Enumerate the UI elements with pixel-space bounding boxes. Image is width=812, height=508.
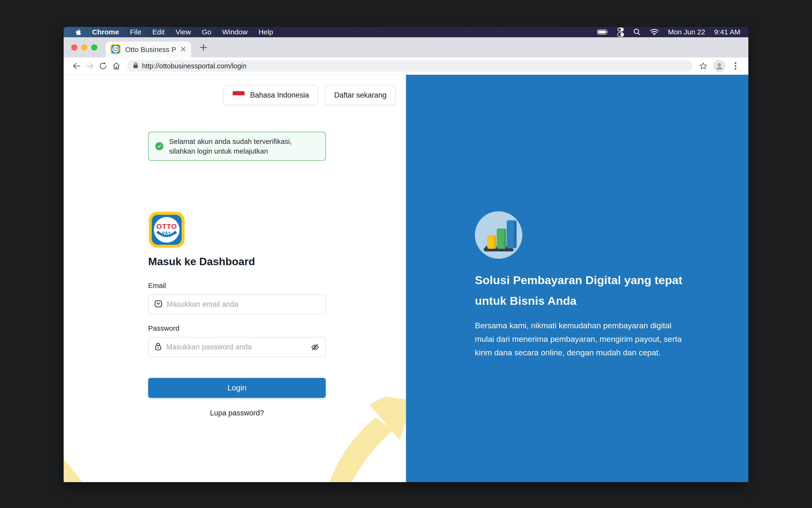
- apple-logo-icon[interactable]: [75, 29, 81, 36]
- success-alert: Selamat akun anda sudah terverifikasi, s…: [148, 132, 326, 161]
- language-button[interactable]: Bahasa Indonesia: [223, 85, 318, 105]
- bookmark-star-icon[interactable]: [697, 59, 710, 73]
- forward-button[interactable]: [83, 59, 96, 73]
- menubar-item-window[interactable]: Window: [222, 27, 248, 37]
- password-placeholder: Masukkan password anda: [166, 343, 306, 351]
- browser-profile-avatar[interactable]: [713, 60, 726, 72]
- login-heading: Masuk ke Dashboard: [148, 255, 326, 268]
- toggle-password-visibility-icon[interactable]: [310, 343, 319, 351]
- menubar-item-file[interactable]: File: [130, 27, 141, 37]
- browser-tab[interactable]: OTTO Otto Business Portal: [105, 42, 191, 57]
- language-button-label: Bahasa Indonesia: [250, 91, 309, 99]
- page-content: Bahasa Indonesia Daftar sekarang Selamat…: [63, 75, 749, 482]
- browser-toolbar: http://ottobusinessportal.com/login: [63, 57, 749, 75]
- menubar-item-go[interactable]: Go: [202, 27, 211, 37]
- macos-screen: Chrome File Edit View Go Window Help Mon…: [63, 27, 749, 482]
- address-bar[interactable]: http://ottobusinessportal.com/login: [127, 60, 692, 72]
- email-placeholder: Masukkan email anda: [167, 300, 319, 309]
- tab-close-icon[interactable]: [180, 46, 186, 53]
- window-zoom-button[interactable]: [91, 44, 97, 50]
- menubar-item-chrome[interactable]: Chrome: [92, 27, 119, 37]
- browser-menu-icon[interactable]: [729, 59, 742, 73]
- svg-text:OTTO: OTTO: [157, 222, 177, 230]
- hero-heading: Solusi Pembayaran Digital yang tepat unt…: [475, 270, 689, 311]
- password-lock-icon: [154, 342, 162, 352]
- login-button[interactable]: Login: [148, 378, 326, 398]
- hero-panel: Solusi Pembayaran Digital yang tepat unt…: [406, 75, 749, 482]
- menubar-item-edit[interactable]: Edit: [153, 27, 165, 37]
- email-field[interactable]: Masukkan email anda: [148, 294, 326, 314]
- lock-icon: [132, 62, 139, 71]
- browser-tab-strip: OTTO Otto Business Portal: [63, 37, 749, 57]
- email-icon: [154, 300, 162, 309]
- decor-triangle-graphic: [63, 459, 83, 482]
- tab-title: Otto Business Portal: [125, 46, 176, 54]
- bar-chart-illustration: [475, 211, 522, 259]
- url-text: http://ottobusinessportal.com/login: [142, 62, 247, 70]
- site-favicon: OTTO: [111, 44, 121, 55]
- success-alert-message: Selamat akun anda sudah terverifikasi, s…: [169, 136, 318, 156]
- reload-button[interactable]: [96, 59, 110, 73]
- menubar-clock: 9:41 AM: [714, 28, 740, 36]
- indonesia-flag-icon: [232, 91, 245, 99]
- spotlight-search-icon[interactable]: [633, 28, 641, 36]
- hero-body-text: Bersama kami, nikmati kemudahan pembayar…: [475, 319, 691, 359]
- svg-text:OTTO: OTTO: [113, 47, 119, 49]
- password-label: Password: [148, 324, 326, 332]
- back-button[interactable]: [70, 59, 83, 73]
- register-button[interactable]: Daftar sekarang: [325, 85, 395, 105]
- battery-icon[interactable]: [597, 29, 608, 35]
- check-circle-icon: [155, 142, 163, 150]
- login-button-label: Login: [227, 383, 247, 392]
- wifi-icon[interactable]: [650, 29, 659, 35]
- new-tab-button[interactable]: [198, 42, 209, 53]
- ottopay-logo: OTTO PAY: [148, 245, 185, 249]
- menubar-date: Mon Jun 22: [668, 28, 705, 36]
- window-close-button[interactable]: [71, 44, 77, 50]
- login-form: OTTO PAY Masuk ke Dashboard Email Masukk…: [148, 211, 326, 417]
- menubar-item-view[interactable]: View: [175, 27, 191, 37]
- top-actions: Bahasa Indonesia Daftar sekarang: [223, 85, 395, 105]
- menubar-item-help[interactable]: Help: [259, 27, 273, 37]
- register-button-label: Daftar sekarang: [334, 91, 387, 99]
- home-button[interactable]: [110, 59, 123, 73]
- window-minimize-button[interactable]: [81, 44, 87, 50]
- decor-arrow-graphic: [325, 380, 406, 482]
- email-label: Email: [148, 282, 326, 290]
- macos-menubar: Chrome File Edit View Go Window Help Mon…: [63, 27, 749, 37]
- control-center-icon[interactable]: [617, 27, 624, 37]
- forgot-password-link[interactable]: Lupa password?: [148, 409, 326, 417]
- password-field[interactable]: Masukkan password anda: [148, 337, 326, 357]
- login-panel: Bahasa Indonesia Daftar sekarang Selamat…: [63, 75, 406, 482]
